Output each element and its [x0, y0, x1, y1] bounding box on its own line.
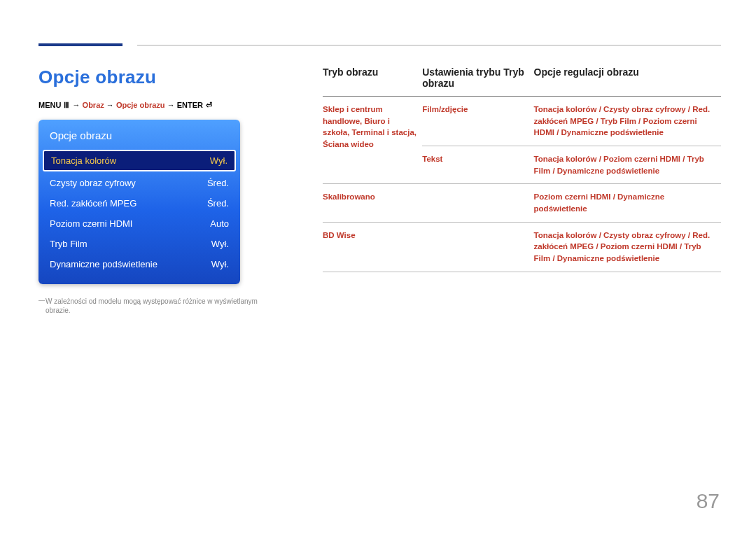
- breadcrumb-suffix: ENTER: [177, 101, 205, 109]
- table-cell: BD Wise: [323, 222, 422, 272]
- table-header: Tryb obrazu: [323, 66, 422, 97]
- page-title: Opcje obrazu: [38, 66, 284, 88]
- arrow-icon: →: [73, 101, 83, 109]
- menu-icon: Ⅲ: [63, 101, 70, 110]
- osd-row-value: Śred.: [207, 198, 229, 209]
- osd-row-label: Poziom czerni HDMI: [50, 218, 132, 229]
- breadcrumb-prefix: MENU: [38, 101, 63, 109]
- table-cell: Tonacja kolorów / Poziom czerni HDMI / T…: [534, 146, 721, 184]
- right-column: Tryb obrazu Ustawienia trybu Tryb obrazu…: [323, 66, 721, 315]
- table-body: Sklep i centrum handlowe, Biuro i szkoła…: [323, 97, 721, 272]
- osd-row[interactable]: Red. zakłóceń MPEGŚred.: [38, 193, 240, 213]
- table-cell: [422, 222, 533, 272]
- osd-row-value: Wył.: [210, 155, 227, 166]
- table-header: Opcje regulacji obrazu: [534, 66, 721, 97]
- table-cell: Tonacja kolorów / Czysty obraz cyfrowy /…: [534, 222, 721, 272]
- osd-row-value: Śred.: [207, 178, 229, 188]
- table-header: Ustawienia trybu Tryb obrazu: [422, 66, 533, 97]
- osd-row-label: Tryb Film: [50, 239, 88, 249]
- breadcrumb-seg-obraz: Obraz: [83, 101, 104, 109]
- enter-icon: ⏎: [205, 101, 213, 110]
- table-cell: Tonacja kolorów / Czysty obraz cyfrowy /…: [534, 97, 721, 146]
- table-cell: Tekst: [422, 146, 533, 184]
- osd-row-value: Wył.: [211, 259, 229, 269]
- header-accent-bar: [38, 43, 122, 46]
- osd-rows: Tonacja kolorówWył.Czysty obraz cyfrowyŚ…: [38, 150, 240, 274]
- content-columns: Opcje obrazu MENU Ⅲ → Obraz → Opcje obra…: [38, 66, 721, 315]
- manual-page: Opcje obrazu MENU Ⅲ → Obraz → Opcje obra…: [0, 0, 756, 534]
- table-cell: [422, 184, 533, 222]
- table-cell: Sklep i centrum handlowe, Biuro i szkoła…: [323, 97, 422, 184]
- footnote: W zależności od modelu mogą występować r…: [38, 297, 284, 315]
- arrow-icon: →: [106, 101, 116, 109]
- osd-row-value: Auto: [210, 218, 229, 229]
- osd-row[interactable]: Tryb FilmWył.: [38, 234, 240, 254]
- table-cell: Skalibrowano: [323, 184, 422, 222]
- osd-row-value: Wył.: [211, 239, 229, 249]
- breadcrumb: MENU Ⅲ → Obraz → Opcje obrazu → ENTER ⏎: [38, 101, 284, 110]
- table-cell: Poziom czerni HDMI / Dynamiczne podświet…: [534, 184, 721, 222]
- table-cell: Film/zdjęcie: [422, 97, 533, 146]
- header-divider: [137, 45, 721, 45]
- osd-row-label: Dynamiczne podświetlenie: [50, 259, 158, 269]
- table-header-row: Tryb obrazu Ustawienia trybu Tryb obrazu…: [323, 66, 721, 97]
- osd-title: Opcje obrazu: [38, 127, 240, 148]
- osd-row-label: Tonacja kolorów: [51, 155, 116, 166]
- table-row: Sklep i centrum handlowe, Biuro i szkoła…: [323, 97, 721, 146]
- breadcrumb-seg-opcje: Opcje obrazu: [116, 101, 165, 109]
- osd-row[interactable]: Poziom czerni HDMIAuto: [38, 213, 240, 234]
- table-row: SkalibrowanoPoziom czerni HDMI / Dynamic…: [323, 184, 721, 222]
- osd-panel: Opcje obrazu Tonacja kolorówWył.Czysty o…: [38, 120, 240, 284]
- arrow-icon: →: [167, 101, 177, 109]
- page-number: 87: [696, 489, 720, 513]
- osd-row-label: Czysty obraz cyfrowy: [50, 178, 136, 188]
- left-column: Opcje obrazu MENU Ⅲ → Obraz → Opcje obra…: [38, 66, 284, 315]
- osd-row[interactable]: Czysty obraz cyfrowyŚred.: [38, 173, 240, 193]
- osd-row[interactable]: Dynamiczne podświetlenieWył.: [38, 254, 240, 274]
- osd-row[interactable]: Tonacja kolorówWył.: [43, 150, 236, 171]
- options-table: Tryb obrazu Ustawienia trybu Tryb obrazu…: [323, 66, 721, 272]
- osd-row-label: Red. zakłóceń MPEG: [50, 198, 136, 209]
- table-row: BD WiseTonacja kolorów / Czysty obraz cy…: [323, 222, 721, 272]
